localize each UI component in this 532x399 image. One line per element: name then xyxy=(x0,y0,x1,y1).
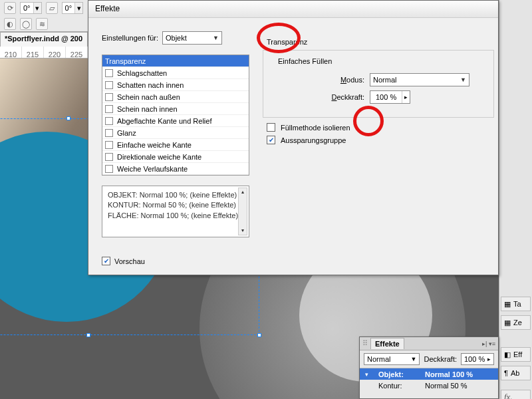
opacity-field[interactable]: 100 % ▸ xyxy=(370,90,410,104)
opacity-slider-arrow-icon[interactable]: ▸ xyxy=(402,91,410,103)
horizontal-ruler: 210215220225 xyxy=(0,47,88,59)
knockout-group-label: Aussparungsgruppe xyxy=(281,136,346,144)
rotate-icon[interactable]: ⟳ xyxy=(4,2,16,14)
effects-dialog: Effekte Einstellungen für: Objekt ▼ Tran… xyxy=(88,0,499,275)
panel-row-stroke[interactable]: Kontur: Normal 50 % xyxy=(360,380,498,391)
effect-summary: OBJEKT: Normal 100 %; (keine Effekte) KO… xyxy=(102,186,249,237)
chevron-down-icon: ▼ xyxy=(460,76,466,83)
shear-angle-field[interactable]: 0°▾ xyxy=(62,2,84,14)
effect-item[interactable]: Schlagschatten xyxy=(102,67,249,79)
transparency-heading: Transparenz xyxy=(267,38,494,46)
checkbox[interactable] xyxy=(105,81,113,89)
fx-icon: fx. xyxy=(504,392,513,399)
dropdown-arrow-icon[interactable]: ▾ xyxy=(74,3,82,13)
checkbox[interactable] xyxy=(105,129,113,137)
effect-item[interactable]: Direktionale weiche Kante xyxy=(102,151,249,163)
checkbox[interactable] xyxy=(105,93,113,101)
tool-icon[interactable]: ≋ xyxy=(36,18,48,30)
mode-label: Modus: xyxy=(271,76,364,84)
isolate-blend-label: Füllmethode isolieren xyxy=(281,124,350,132)
angle-value: 0° xyxy=(63,4,75,12)
shear-icon[interactable]: ▱ xyxy=(46,2,58,14)
rotation-angle-field[interactable]: 0°▾ xyxy=(20,2,42,14)
panel-button-ta[interactable]: ▦ Ta xyxy=(501,297,531,311)
panel-row-object[interactable]: ▾ Objekt: Normal 100 % xyxy=(360,368,498,380)
effects-panel-tab[interactable]: Effekte xyxy=(370,338,404,349)
document-tab-label: *Sportflyer.indd @ 200 xyxy=(5,35,82,43)
panel-button-fx[interactable]: fx. xyxy=(501,390,531,399)
tool-icon[interactable]: ◐ xyxy=(4,18,16,30)
dropdown-arrow-icon[interactable]: ▾ xyxy=(33,3,41,13)
dropdown-value: Objekt xyxy=(166,34,187,42)
effect-item[interactable]: Weiche Verlaufskante xyxy=(102,163,249,175)
effect-list: Transparenz Schlagschatten Schatten nach… xyxy=(102,55,249,176)
preview-checkbox[interactable]: ✔ xyxy=(102,257,110,265)
right-panel-strip xyxy=(499,0,532,293)
panel-opacity-field[interactable]: 100 %▸ xyxy=(461,353,494,365)
group-title: Einfaches Füllen xyxy=(275,57,334,65)
checkbox[interactable] xyxy=(105,153,113,161)
scrollbar[interactable]: ▴▾ xyxy=(238,188,247,235)
simple-fill-group: Einfaches Füllen Modus: Normal ▼ Deckkra… xyxy=(263,50,494,118)
opacity-label: Deckkraft: xyxy=(271,93,364,101)
checkbox[interactable] xyxy=(105,69,113,77)
tool-icon[interactable]: ◯ xyxy=(20,18,32,30)
panel-button-ze[interactable]: ▦ Ze xyxy=(501,315,531,330)
preview-label: Vorschau xyxy=(114,257,145,265)
effect-item[interactable]: Schein nach außen xyxy=(102,91,249,103)
document-tab[interactable]: *Sportflyer.indd @ 200 xyxy=(0,32,88,47)
checkbox[interactable] xyxy=(105,105,113,113)
effect-item[interactable]: Schein nach innen xyxy=(102,103,249,115)
checkbox[interactable] xyxy=(105,117,113,125)
effect-item[interactable]: Glanz xyxy=(102,127,249,139)
effect-item[interactable]: Einfache weiche Kante xyxy=(102,139,249,151)
angle-value: 0° xyxy=(21,4,33,12)
effect-item-transparency[interactable]: Transparenz xyxy=(102,55,249,67)
panel-button-eff[interactable]: ◧ Eff xyxy=(501,347,531,362)
effects-panel: ⠿ Effekte ▸| ▾≡ Normal▼ Deckkraft: 100 %… xyxy=(359,336,499,399)
panel-grip-icon[interactable]: ⠿ xyxy=(362,339,368,348)
isolate-blend-checkbox[interactable] xyxy=(267,123,275,132)
right-panel-lower: ▦ Ta ▦ Ze ◧ Eff ¶ Ab fx. xyxy=(499,293,532,399)
effect-item[interactable]: Schatten nach innen xyxy=(102,79,249,91)
selection-frame[interactable] xyxy=(0,275,259,335)
checkbox[interactable] xyxy=(105,165,113,173)
panel-menu-icon[interactable]: ▸| ▾≡ xyxy=(482,340,495,347)
settings-for-label: Einstellungen für: xyxy=(102,34,158,42)
panel-target-list: ▾ Objekt: Normal 100 % Kontur: Normal 50… xyxy=(360,368,498,391)
panel-blend-mode-dropdown[interactable]: Normal▼ xyxy=(364,353,420,365)
knockout-group-checkbox[interactable]: ✔ xyxy=(267,136,275,144)
checkbox[interactable] xyxy=(105,141,113,149)
panel-button-ab[interactable]: ¶ Ab xyxy=(501,366,531,380)
dropdown-value: Normal xyxy=(373,76,396,84)
opacity-value: 100 % xyxy=(370,93,402,101)
effect-item[interactable]: Abgeflachte Kante und Relief xyxy=(102,115,249,127)
panel-opacity-label: Deckkraft: xyxy=(424,355,457,363)
settings-for-dropdown[interactable]: Objekt ▼ xyxy=(162,31,222,45)
dialog-title: Effekte xyxy=(88,1,498,18)
chevron-down-icon: ▼ xyxy=(213,35,219,41)
blend-mode-dropdown[interactable]: Normal ▼ xyxy=(370,73,469,86)
